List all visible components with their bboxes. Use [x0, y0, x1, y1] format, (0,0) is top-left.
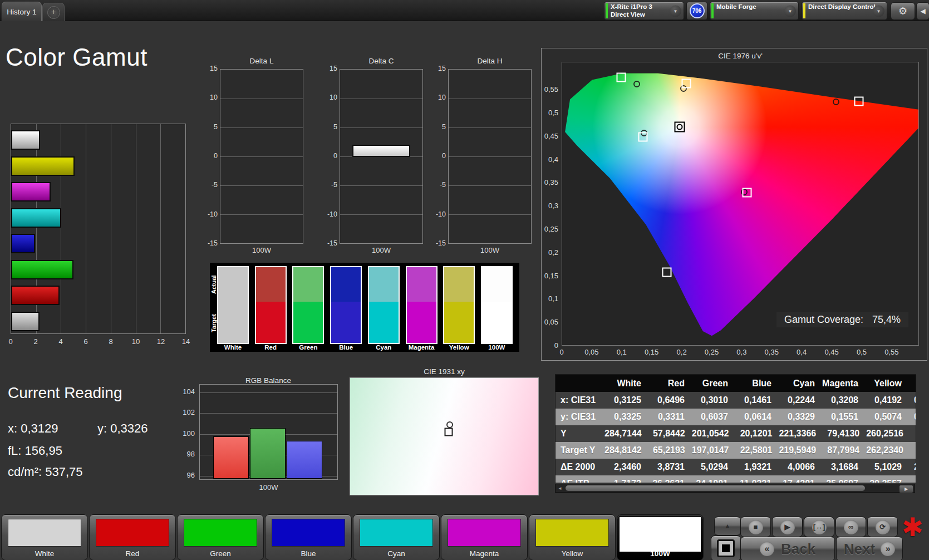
cie-1976-panel: CIE 1976 u'v' Gamut Coverage: 75,4% 00,0… — [541, 48, 927, 361]
target-swatch — [218, 302, 248, 343]
scroll-right-icon[interactable]: ▶ — [899, 485, 913, 493]
pattern-button-label: Green — [178, 549, 263, 558]
cell: 4,0066 — [778, 462, 822, 472]
pattern-button-cyan[interactable]: Cyan — [353, 514, 440, 560]
cell: 197,0147 — [692, 445, 736, 455]
scroll-left-icon[interactable]: ◄ — [556, 485, 564, 492]
refresh-button[interactable]: ⟳ — [867, 517, 898, 537]
cell: 3,1684 — [822, 462, 865, 472]
table-scrollbar[interactable]: ◄ ▶ — [555, 484, 915, 493]
results-table: WhiteRedGreenBlueCyanMagentaYellowx: CIE… — [555, 374, 916, 483]
status-strip — [803, 3, 805, 18]
cell: 87,7994 — [823, 445, 866, 455]
row-label: ΔE 2000 — [556, 462, 604, 472]
cell: 57,8442 — [648, 429, 692, 439]
reading-y: y: 0,3326 — [97, 421, 148, 436]
chevron-down-icon[interactable]: ▼ — [873, 5, 884, 17]
plot-area — [448, 69, 532, 244]
continuous-measure-button[interactable]: ∞ — [835, 517, 866, 537]
pattern-button-red[interactable]: Red — [89, 514, 176, 560]
play-button[interactable]: ▶ — [772, 517, 803, 537]
cell: 2,3460 — [604, 462, 648, 472]
column-header: Cyan — [778, 379, 822, 389]
alert-asterisk-icon[interactable]: ✱ — [902, 512, 923, 542]
status-strip — [711, 3, 714, 18]
window-mode-button[interactable] — [711, 536, 741, 560]
gamut-coverage-value: 75,4% — [872, 314, 901, 326]
magenta-target — [743, 188, 752, 198]
pattern-swatch — [535, 519, 609, 547]
pattern-button-magenta[interactable]: Magenta — [441, 514, 528, 560]
deltae-bar-magenta — [11, 182, 51, 202]
cell: 1,9321 — [735, 462, 778, 472]
cie-1931-panel — [350, 377, 539, 495]
axis-tick-label: 15 — [324, 65, 337, 72]
display-control-button[interactable]: Direct Display Control ▼ — [802, 2, 887, 20]
row-label: Target Y — [556, 445, 604, 455]
pattern-button-label: Blue — [266, 549, 351, 558]
pattern-source-button[interactable]: Mobile Forge ▼ — [710, 2, 799, 20]
column-header: Red — [648, 379, 691, 389]
pattern-button-blue[interactable]: Blue — [265, 514, 352, 560]
row-label: x: CIE31 — [556, 395, 604, 405]
pattern-window-icon — [717, 539, 735, 557]
scrollbar-thumb[interactable] — [566, 485, 865, 491]
axis-tick-label: 10 — [204, 94, 218, 101]
cell: 20,1201 — [735, 429, 779, 439]
cell: 22,5801 — [735, 445, 779, 455]
meter-device-button[interactable]: X-Rite i1Pro 3 Direct View ▼ — [604, 2, 684, 20]
column-header: White — [604, 379, 648, 389]
axis-tick-label: 5 — [204, 123, 218, 131]
delta-h-chart: Delta H 100W 151050-5-10-15 — [432, 57, 532, 257]
axis-tick-label: 2 — [33, 337, 37, 346]
gridline — [449, 214, 531, 215]
deltae-bar-blue — [11, 234, 35, 253]
chevron-down-icon[interactable]: ▼ — [670, 5, 681, 17]
pattern-swatch — [8, 519, 81, 547]
axis-tick-label: 15 — [432, 65, 446, 72]
deltae-bar-cyan — [11, 208, 61, 228]
cell: 0,1551 — [822, 412, 865, 422]
single-measure-button[interactable]: [↔] — [804, 517, 834, 537]
up-arrow-icon: ▲ — [724, 522, 731, 530]
pattern-button-white[interactable]: White — [1, 514, 88, 560]
gridline — [136, 124, 136, 333]
tab-history-1[interactable]: History 1 — [2, 2, 42, 21]
cell: 2 — [908, 462, 916, 472]
pattern-button-yellow[interactable]: Yellow — [529, 514, 616, 560]
cell: 201,0542 — [692, 429, 736, 439]
gridline — [220, 156, 303, 157]
chart-title: Delta L — [250, 57, 274, 65]
deltae-bar-red — [11, 286, 60, 305]
pattern-swatch — [184, 519, 257, 547]
add-tab-button[interactable]: + — [42, 3, 65, 21]
swatch-label: White — [217, 344, 249, 351]
axis-tick-label: -10 — [204, 210, 218, 218]
chevron-left-icon: ◀ — [920, 7, 925, 15]
collapse-panel-button[interactable]: ◀ — [916, 2, 929, 20]
scroll-up-button[interactable]: ▲ — [714, 517, 741, 536]
back-button[interactable]: « Back — [740, 537, 835, 560]
pattern-button-label: 100W — [617, 549, 703, 558]
cell: 0,3 — [908, 412, 916, 422]
cell: 0,3 — [908, 395, 916, 405]
chart-title: Delta H — [477, 57, 502, 65]
stop-button[interactable]: ■ — [740, 517, 771, 537]
meter-device-name: X-Rite i1Pro 3 — [611, 3, 652, 10]
gridline — [200, 413, 337, 414]
rgb-balance-x-label: 100W — [199, 483, 338, 492]
cell: 65,2193 — [648, 445, 692, 455]
cell: 11,0221 — [735, 479, 778, 483]
back-arrow-icon: « — [760, 542, 774, 556]
chevron-down-icon[interactable]: ▼ — [784, 5, 796, 17]
red-target — [854, 97, 864, 106]
cell: 5 — [910, 429, 916, 439]
pattern-button-green[interactable]: Green — [177, 514, 264, 560]
table-row: ΔE 20002,34603,87315,02941,93214,00663,1… — [556, 459, 916, 475]
cell: 221,3366 — [779, 429, 823, 439]
pattern-button-100w[interactable]: 100W — [617, 514, 704, 560]
meter-count-button[interactable]: 706 — [686, 2, 707, 20]
target-swatch — [256, 302, 286, 343]
settings-button[interactable]: ⚙ — [891, 2, 915, 20]
next-button[interactable]: Next » — [836, 537, 903, 560]
